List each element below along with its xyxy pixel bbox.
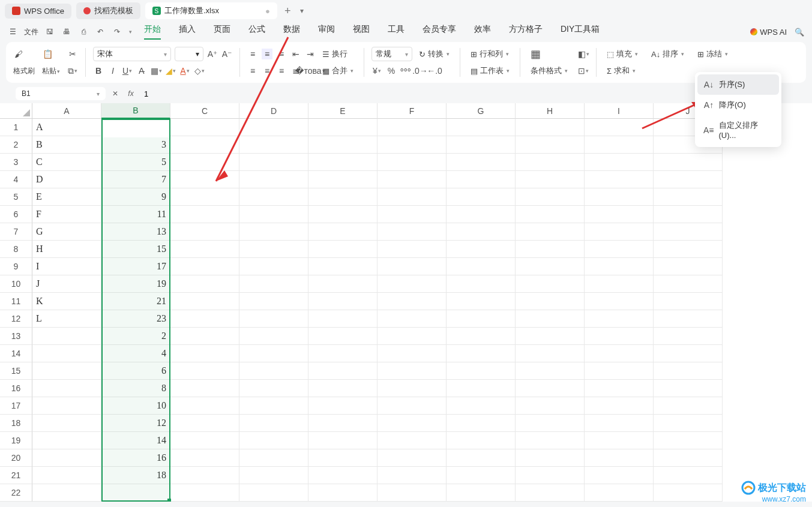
cell-J12[interactable] <box>654 310 723 328</box>
cell-E22[interactable] <box>308 484 377 502</box>
cell-F13[interactable] <box>377 328 447 345</box>
cell-I20[interactable] <box>585 449 654 467</box>
cell-I16[interactable] <box>585 380 654 397</box>
cell-C11[interactable] <box>170 293 239 310</box>
row-header-16[interactable]: 16 <box>0 380 32 397</box>
font-name-select[interactable]: 宋体▾ <box>93 47 171 61</box>
cell-J3[interactable] <box>654 154 723 171</box>
cut-icon[interactable]: ✂ <box>67 49 78 59</box>
cell-B2[interactable]: 3 <box>101 136 170 154</box>
align-bottom-icon[interactable]: ≡ <box>276 49 287 59</box>
row-header-18[interactable]: 18 <box>0 415 32 432</box>
cell-B8[interactable]: 15 <box>101 241 170 258</box>
indent-inc-icon[interactable]: ⇥ <box>305 49 316 59</box>
cell-B12[interactable]: 23 <box>101 310 170 328</box>
cell-G14[interactable] <box>447 345 516 362</box>
row-header-6[interactable]: 6 <box>0 206 32 223</box>
sort-asc-item[interactable]: A↓ 升序(S) <box>697 74 779 95</box>
daoke-tab[interactable]: 找稻壳模板 <box>76 2 140 19</box>
cell-A3[interactable]: C <box>32 154 101 171</box>
cell-C5[interactable] <box>170 188 239 206</box>
cell-H19[interactable] <box>516 432 585 449</box>
cell-J7[interactable] <box>654 223 723 241</box>
cell-D1[interactable] <box>239 119 308 136</box>
cell-D14[interactable] <box>239 345 308 362</box>
cell-H14[interactable] <box>516 345 585 362</box>
cell-J10[interactable] <box>654 275 723 293</box>
cell-I13[interactable] <box>585 328 654 345</box>
cell-C7[interactable] <box>170 223 239 241</box>
cond-format-button[interactable]: 条件格式▾ <box>528 64 571 78</box>
cell-I22[interactable] <box>585 484 654 502</box>
cell-H12[interactable] <box>516 310 585 328</box>
cell-E21[interactable] <box>308 467 377 484</box>
cell-B4[interactable]: 7 <box>101 171 170 188</box>
row-header-3[interactable]: 3 <box>0 154 32 171</box>
cell-I21[interactable] <box>585 467 654 484</box>
cell-I19[interactable] <box>585 432 654 449</box>
col-header-H[interactable]: H <box>516 103 585 119</box>
cell-A6[interactable]: F <box>32 206 101 223</box>
cell-H6[interactable] <box>516 206 585 223</box>
cell-F15[interactable] <box>377 362 447 380</box>
cell-I15[interactable] <box>585 362 654 380</box>
row-header-4[interactable]: 4 <box>0 171 32 188</box>
cell-J20[interactable] <box>654 449 723 467</box>
cell-H22[interactable] <box>516 484 585 502</box>
cell-A1[interactable]: A <box>32 119 101 136</box>
cell-E9[interactable] <box>308 258 377 275</box>
file-menu[interactable]: 文件 <box>24 27 38 37</box>
menu-页面[interactable]: 页面 <box>214 24 230 40</box>
cell-I2[interactable] <box>585 136 654 154</box>
col-header-D[interactable]: D <box>239 103 308 119</box>
strike-icon[interactable]: A̶ <box>136 65 147 76</box>
cell-E19[interactable] <box>308 432 377 449</box>
clear-format-icon[interactable]: ◇▾ <box>194 65 205 76</box>
table-style-icon[interactable]: ▦ <box>528 49 543 59</box>
cell-A22[interactable] <box>32 484 101 502</box>
cell-A18[interactable] <box>32 415 101 432</box>
cell-C21[interactable] <box>170 467 239 484</box>
cell-D21[interactable] <box>239 467 308 484</box>
cell-B1[interactable]: 1 <box>101 119 170 136</box>
cell-J14[interactable] <box>654 345 723 362</box>
cell-G4[interactable] <box>447 171 516 188</box>
cell-H4[interactable] <box>516 171 585 188</box>
cell-E15[interactable] <box>308 362 377 380</box>
cell-A15[interactable] <box>32 362 101 380</box>
row-header-10[interactable]: 10 <box>0 275 32 293</box>
cell-J15[interactable] <box>654 362 723 380</box>
cell-B14[interactable]: 4 <box>101 345 170 362</box>
italic-icon[interactable]: I <box>107 65 118 76</box>
sort-button[interactable]: A↓ 排序▾ <box>648 47 687 61</box>
tab-menu-button[interactable]: ▾ <box>298 7 306 15</box>
cell-A4[interactable]: D <box>32 171 101 188</box>
cell-G5[interactable] <box>447 188 516 206</box>
col-header-G[interactable]: G <box>447 103 516 119</box>
row-header-13[interactable]: 13 <box>0 328 32 345</box>
cell-C9[interactable] <box>170 258 239 275</box>
cell-C13[interactable] <box>170 328 239 345</box>
cell-J6[interactable] <box>654 206 723 223</box>
bold-icon[interactable]: B <box>93 65 104 76</box>
cell-I4[interactable] <box>585 171 654 188</box>
cell-F4[interactable] <box>377 171 447 188</box>
cell-G15[interactable] <box>447 362 516 380</box>
cell-D20[interactable] <box>239 449 308 467</box>
cell-J5[interactable] <box>654 188 723 206</box>
align-top-icon[interactable]: ≡ <box>247 49 258 59</box>
cell-E17[interactable] <box>308 397 377 415</box>
spreadsheet-grid[interactable]: ABCDEFGHIJ 1A12B33C54D75E96F117G138H159I… <box>0 103 812 502</box>
cell-A14[interactable] <box>32 345 101 362</box>
menu-工具[interactable]: 工具 <box>388 24 404 40</box>
cell-F16[interactable] <box>377 380 447 397</box>
cell-B6[interactable]: 11 <box>101 206 170 223</box>
sort-custom-item[interactable]: A≡ 自定义排序(U)... <box>697 115 779 145</box>
cell-H20[interactable] <box>516 449 585 467</box>
cell-H15[interactable] <box>516 362 585 380</box>
cell-B21[interactable]: 18 <box>101 467 170 484</box>
paste-icon[interactable]: 📋 <box>42 49 53 59</box>
convert-button[interactable]: ↻ 转换▾ <box>416 47 453 61</box>
cell-B22[interactable] <box>101 484 170 502</box>
cell-J9[interactable] <box>654 258 723 275</box>
